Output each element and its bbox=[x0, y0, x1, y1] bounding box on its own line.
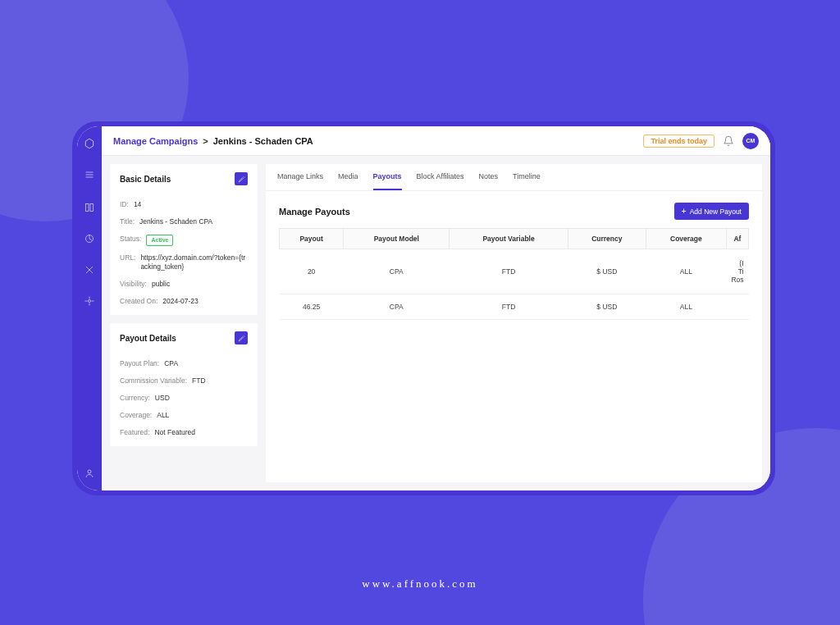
basic-details-title: Basic Details bbox=[120, 175, 171, 184]
main-area: Basic Details ID: 14 Title: Jenkins - Sc… bbox=[102, 156, 770, 490]
tab-media[interactable]: Media bbox=[338, 164, 358, 190]
shuffle-icon[interactable] bbox=[84, 264, 95, 276]
tab-timeline[interactable]: Timeline bbox=[513, 164, 541, 190]
payout-details-title: Payout Details bbox=[120, 334, 176, 343]
chart-icon[interactable] bbox=[84, 233, 95, 244]
tab-manage-links[interactable]: Manage Links bbox=[277, 164, 323, 190]
left-column: Basic Details ID: 14 Title: Jenkins - Sc… bbox=[110, 164, 258, 482]
info-row-commission: Commission Variable: FTD bbox=[120, 376, 248, 386]
info-row-featured: Featured: Not Featured bbox=[120, 428, 248, 438]
tab-notes[interactable]: Notes bbox=[478, 164, 498, 190]
info-row-plan: Payout Plan: CPA bbox=[120, 359, 248, 369]
payouts-table: Payout Payout Model Payout Variable Curr… bbox=[279, 228, 749, 320]
tabs: Manage Links Media Payouts Block Affilia… bbox=[266, 164, 762, 191]
info-row-coverage: Coverage: ALL bbox=[120, 411, 248, 421]
svg-rect-4 bbox=[90, 204, 94, 212]
section-header: Manage Payouts Add New Payout bbox=[266, 191, 762, 228]
edit-payout-button[interactable] bbox=[235, 331, 248, 344]
col-coverage: Coverage bbox=[646, 229, 726, 249]
col-variable: Payout Variable bbox=[450, 229, 568, 249]
breadcrumb-current: Jenkins - Schaden CPA bbox=[213, 136, 313, 146]
basic-details-card: Basic Details ID: 14 Title: Jenkins - Sc… bbox=[110, 164, 258, 315]
top-header: Manage Campaigns > Jenkins - Schaden CPA… bbox=[102, 126, 770, 156]
info-row-visibility: Visibility: public bbox=[120, 280, 248, 290]
layout-icon[interactable] bbox=[84, 202, 95, 213]
tab-payouts[interactable]: Payouts bbox=[373, 164, 402, 190]
info-row-currency: Currency: USD bbox=[120, 394, 248, 404]
svg-point-6 bbox=[89, 300, 91, 303]
payout-details-card: Payout Details Payout Plan: CPA Commissi… bbox=[110, 323, 258, 445]
svg-point-7 bbox=[88, 470, 91, 473]
info-row-title: Title: Jenkins - Schaden CPA bbox=[120, 217, 248, 227]
logo-icon[interactable] bbox=[84, 138, 95, 149]
section-title: Manage Payouts bbox=[279, 207, 350, 217]
edit-basic-button[interactable] bbox=[235, 172, 248, 185]
info-row-status: Status: Active bbox=[120, 235, 248, 246]
avatar[interactable]: CM bbox=[742, 133, 759, 149]
breadcrumb: Manage Campaigns > Jenkins - Schaden CPA bbox=[113, 136, 313, 146]
col-affiliate: Af bbox=[726, 229, 748, 249]
status-badge: Active bbox=[146, 235, 173, 246]
col-currency: Currency bbox=[568, 229, 646, 249]
chevron-right-icon: > bbox=[203, 136, 208, 146]
bell-icon[interactable] bbox=[723, 135, 734, 147]
col-payout: Payout bbox=[280, 229, 344, 249]
add-payout-button[interactable]: Add New Payout bbox=[674, 203, 749, 220]
content-area: Manage Campaigns > Jenkins - Schaden CPA… bbox=[102, 126, 770, 490]
payouts-table-wrapper: Payout Payout Model Payout Variable Curr… bbox=[266, 228, 762, 320]
tab-block-affiliates[interactable]: Block Affiliates bbox=[417, 164, 464, 190]
info-row-created: Created On: 2024-07-23 bbox=[120, 297, 248, 307]
user-icon[interactable] bbox=[84, 468, 95, 479]
sidebar bbox=[77, 126, 102, 490]
brand-url: www.affnook.com bbox=[362, 577, 477, 591]
menu-icon[interactable] bbox=[84, 169, 95, 180]
svg-rect-3 bbox=[86, 204, 89, 212]
app-frame: Manage Campaigns > Jenkins - Schaden CPA… bbox=[72, 121, 775, 495]
right-panel: Manage Links Media Payouts Block Affilia… bbox=[266, 164, 762, 482]
trial-badge[interactable]: Trial ends today bbox=[643, 135, 714, 148]
col-model: Payout Model bbox=[344, 229, 450, 249]
table-row[interactable]: 20 CPA FTD $ USD ALL (I Ti Ros bbox=[280, 249, 749, 294]
info-row-id: ID: 14 bbox=[120, 200, 248, 210]
table-row[interactable]: 46.25 CPA FTD $ USD ALL bbox=[280, 294, 749, 320]
info-row-url: URL: https://xyz.domain.com/?token={trac… bbox=[120, 253, 248, 273]
breadcrumb-link[interactable]: Manage Campaigns bbox=[113, 136, 198, 146]
app-window: Manage Campaigns > Jenkins - Schaden CPA… bbox=[77, 126, 770, 490]
settings-icon[interactable] bbox=[84, 295, 95, 307]
